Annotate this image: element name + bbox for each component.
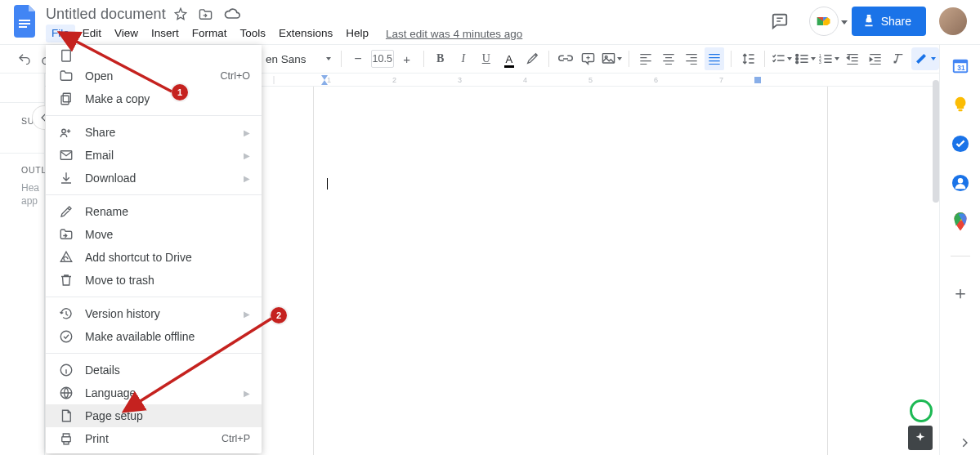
calendar-icon[interactable]: 31 bbox=[951, 56, 969, 74]
menu-add-shortcut[interactable]: Add shortcut to Drive bbox=[46, 246, 262, 269]
contacts-icon[interactable] bbox=[951, 174, 969, 192]
title-block: Untitled document File Edit View Insert … bbox=[46, 5, 522, 42]
svg-text:3: 3 bbox=[819, 60, 821, 65]
align-justify-icon[interactable] bbox=[705, 47, 724, 70]
menu-language[interactable]: Language ▶ bbox=[46, 381, 262, 404]
file-menu-dropdown: Open Ctrl+O Make a copy Share ▶ Email ▶ … bbox=[46, 45, 262, 453]
menu-share[interactable]: Share ▶ bbox=[46, 121, 262, 144]
cloud-icon[interactable] bbox=[224, 8, 240, 20]
move-icon[interactable] bbox=[199, 8, 213, 20]
svg-rect-39 bbox=[62, 437, 71, 442]
svg-rect-2 bbox=[19, 26, 27, 28]
menu-page-setup[interactable]: Page setup bbox=[46, 404, 262, 427]
svg-point-8 bbox=[796, 61, 799, 64]
comments-icon[interactable] bbox=[763, 5, 796, 38]
italic-button[interactable]: I bbox=[454, 47, 473, 70]
menu-make-copy[interactable]: Make a copy bbox=[46, 87, 262, 110]
document-page[interactable] bbox=[313, 87, 828, 455]
svg-text:7: 7 bbox=[719, 76, 723, 84]
text-color-button[interactable]: A bbox=[499, 47, 519, 70]
font-family-select[interactable]: en Sans bbox=[261, 49, 334, 69]
svg-rect-1 bbox=[19, 23, 30, 25]
menu-rename[interactable]: Rename bbox=[46, 200, 262, 223]
menu-view[interactable]: View bbox=[109, 25, 144, 42]
svg-rect-31 bbox=[62, 51, 71, 62]
undo-icon[interactable] bbox=[15, 47, 34, 70]
line-spacing-icon[interactable] bbox=[738, 47, 758, 70]
editing-mode-button[interactable] bbox=[911, 47, 939, 70]
svg-point-34 bbox=[62, 129, 66, 133]
svg-rect-3 bbox=[866, 15, 870, 16]
checklist-icon[interactable] bbox=[772, 47, 792, 70]
bold-button[interactable]: B bbox=[431, 47, 450, 70]
chevron-down-icon bbox=[931, 57, 936, 60]
menu-bar: File Edit View Insert Format Tools Exten… bbox=[46, 25, 522, 42]
menu-file[interactable]: File bbox=[46, 25, 75, 42]
svg-text:5: 5 bbox=[588, 76, 593, 84]
decrease-indent-icon[interactable] bbox=[843, 47, 862, 70]
svg-text:1: 1 bbox=[327, 76, 331, 84]
menu-insert[interactable]: Insert bbox=[145, 25, 185, 42]
keep-icon[interactable] bbox=[951, 96, 969, 114]
menu-print[interactable]: Print Ctrl+P bbox=[46, 427, 262, 450]
bulleted-list-icon[interactable] bbox=[795, 47, 816, 70]
font-size-decrease[interactable]: − bbox=[348, 47, 368, 70]
menu-offline[interactable]: Make available offline bbox=[46, 325, 262, 348]
right-sidebar: 31 ＋ bbox=[939, 45, 980, 455]
maps-icon[interactable] bbox=[951, 213, 969, 231]
header-right: Share bbox=[763, 5, 967, 38]
outline-hint-1: Hea bbox=[21, 182, 39, 194]
share-button[interactable]: Share bbox=[852, 7, 926, 36]
svg-rect-22 bbox=[754, 77, 761, 83]
menu-move[interactable]: Move bbox=[46, 223, 262, 246]
align-left-icon[interactable] bbox=[636, 47, 656, 70]
highlight-button[interactable] bbox=[522, 47, 542, 70]
tasks-icon[interactable] bbox=[951, 135, 969, 153]
svg-text:6: 6 bbox=[654, 76, 658, 84]
vertical-scrollbar[interactable] bbox=[933, 74, 939, 455]
menu-download[interactable]: Download ▶ bbox=[46, 167, 262, 190]
hide-sidepanel-icon[interactable] bbox=[959, 437, 970, 448]
menu-details[interactable]: Details bbox=[46, 359, 262, 381]
menu-open[interactable]: Open Ctrl+O bbox=[46, 65, 262, 87]
insert-comment-icon[interactable] bbox=[579, 47, 598, 70]
last-edit-link[interactable]: Last edit was 4 minutes ago bbox=[386, 28, 522, 40]
meet-icon[interactable] bbox=[809, 7, 839, 36]
chevron-down-icon bbox=[811, 57, 816, 60]
svg-rect-0 bbox=[19, 20, 30, 21]
font-name: en Sans bbox=[266, 53, 307, 65]
menu-format[interactable]: Format bbox=[186, 25, 233, 42]
menu-tools[interactable]: Tools bbox=[235, 25, 272, 42]
chevron-down-icon bbox=[617, 57, 622, 60]
align-right-icon[interactable] bbox=[682, 47, 701, 70]
menu-new[interactable] bbox=[46, 48, 262, 65]
clear-format-icon[interactable] bbox=[888, 47, 908, 70]
menu-email[interactable]: Email ▶ bbox=[46, 144, 262, 167]
insert-image-icon[interactable] bbox=[602, 47, 622, 70]
align-center-icon[interactable] bbox=[659, 47, 678, 70]
outline-heading: OUTL bbox=[0, 165, 44, 175]
docs-logo[interactable] bbox=[10, 5, 43, 38]
menu-help[interactable]: Help bbox=[340, 25, 374, 42]
account-avatar[interactable] bbox=[939, 7, 967, 35]
menu-version-history[interactable]: Version history ▶ bbox=[46, 302, 262, 325]
svg-text:3: 3 bbox=[458, 76, 462, 84]
star-icon[interactable] bbox=[174, 7, 187, 20]
increase-indent-icon[interactable] bbox=[866, 47, 885, 70]
numbered-list-icon[interactable]: 123 bbox=[819, 47, 839, 70]
insert-link-icon[interactable] bbox=[556, 47, 575, 70]
svg-text:2: 2 bbox=[392, 76, 396, 84]
menu-extensions[interactable]: Extensions bbox=[273, 25, 338, 42]
outline-hint-2: app bbox=[21, 195, 38, 207]
underline-button[interactable]: U bbox=[477, 47, 496, 70]
grammarly-icon[interactable] bbox=[910, 399, 933, 422]
svg-rect-33 bbox=[61, 96, 69, 105]
svg-text:31: 31 bbox=[957, 65, 965, 72]
explore-button[interactable] bbox=[908, 426, 933, 450]
add-addon-icon[interactable]: ＋ bbox=[951, 281, 969, 306]
font-size-input[interactable]: 10.5 bbox=[371, 50, 394, 68]
menu-move-trash[interactable]: Move to trash bbox=[46, 269, 262, 292]
document-title[interactable]: Untitled document bbox=[46, 6, 166, 23]
font-size-increase[interactable]: + bbox=[397, 47, 417, 70]
menu-edit[interactable]: Edit bbox=[77, 25, 107, 42]
